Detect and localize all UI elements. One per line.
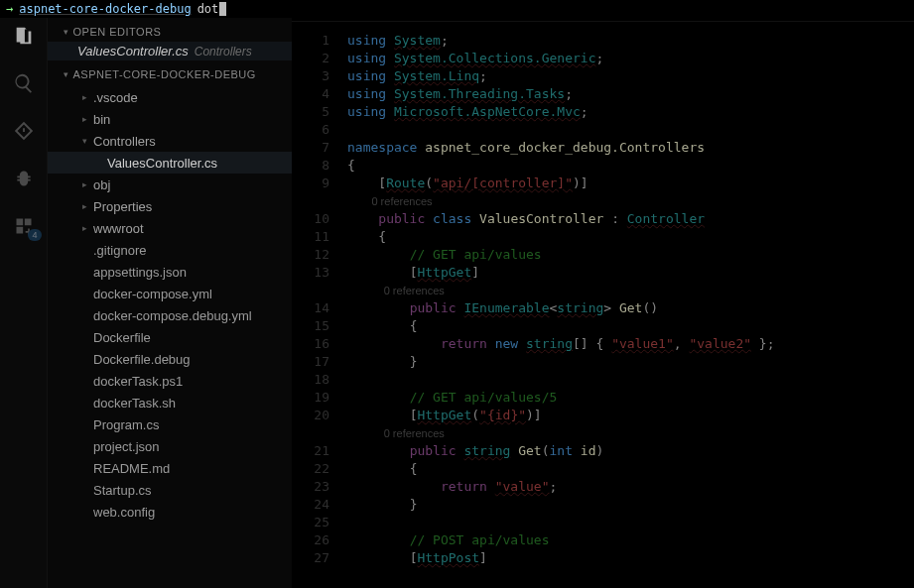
code-editor[interactable]: 1234567891011121314151617181920212223242… [292,22,914,588]
code-line[interactable]: // POST api/values [347,531,914,549]
tree-label: dockerTask.sh [93,396,176,411]
tree-label: wwwroot [93,221,144,236]
code-line[interactable]: { [347,460,914,478]
codelens[interactable]: 0 references [347,282,914,299]
code-line[interactable]: public string Get(int id) [347,442,914,460]
tree-folder[interactable]: ▾Controllers [48,130,292,152]
code-line[interactable]: using System.Collections.Generic; [347,50,914,67]
code-line[interactable]: namespace aspnet_core_docker_debug.Contr… [347,139,914,157]
terminal-input-text: dot [197,2,219,16]
explorer-sidebar: ▾ OPEN EDITORS ValuesController.cs Contr… [48,0,292,588]
chevron-icon: ▸ [79,114,89,124]
line-number: 21 [292,442,329,460]
terminal-overlay[interactable]: → aspnet-core-docker-debug dot [0,0,914,18]
code-line[interactable]: using System.Linq; [347,67,914,85]
app-shell: ▾ OPEN EDITORS ValuesController.cs Contr… [0,0,914,588]
tree-folder[interactable]: ▸wwwroot [48,217,292,239]
open-editor-file: ValuesController.cs [77,44,189,59]
code-line[interactable]: { [347,157,914,175]
line-number: 23 [292,478,329,496]
activity-scm-icon[interactable] [12,119,36,143]
tree-file[interactable]: Dockerfile [48,326,292,348]
line-number: 12 [292,246,329,264]
tree-file[interactable]: project.json [48,435,292,457]
code-line[interactable]: { [347,228,914,246]
terminal-cwd: aspnet-core-docker-debug [19,2,191,16]
line-number: 22 [292,460,329,478]
project-title: ASPNET-CORE-DOCKER-DEBUG [73,68,256,80]
open-editors-header[interactable]: ▾ OPEN EDITORS [48,22,292,42]
code-line[interactable] [347,514,914,531]
tree-file[interactable]: Program.cs [48,413,292,435]
tree-file[interactable]: README.md [48,457,292,479]
code-line[interactable]: using System.Threading.Tasks; [347,85,914,103]
chevron-icon: ▾ [79,136,89,146]
tree-folder[interactable]: ▸.vscode [48,86,292,108]
tree-label: .gitignore [93,243,146,258]
tree-label: .vscode [93,90,138,105]
tree-file[interactable]: Startup.cs [48,479,292,501]
project-header[interactable]: ▾ ASPNET-CORE-DOCKER-DEBUG [48,64,292,84]
tree-label: Dockerfile.debug [93,352,191,367]
line-number: 20 [292,407,329,424]
tree-label: docker-compose.debug.yml [93,308,252,323]
code-content[interactable]: using System;using System.Collections.Ge… [339,22,914,588]
tree-file[interactable]: web.config [48,501,292,523]
tree-file[interactable]: docker-compose.debug.yml [48,304,292,326]
tree-folder[interactable]: ▸obj [48,174,292,195]
tree-label: dockerTask.ps1 [93,374,183,389]
chevron-icon: ▸ [79,92,89,102]
line-number: 1 [292,32,329,50]
code-line[interactable]: using System; [347,32,914,50]
activity-debug-icon[interactable] [12,167,36,190]
tree-label: Dockerfile [93,330,151,345]
tree-file[interactable]: ValuesController.cs [48,152,292,174]
line-number [292,192,329,210]
terminal-prompt-arrow: → [6,2,13,16]
tree-folder[interactable]: ▸Properties [48,195,292,217]
code-line[interactable]: [HttpPost] [347,549,914,567]
tree-label: Program.cs [93,417,159,432]
line-number: 4 [292,85,329,103]
tree-file[interactable]: Dockerfile.debug [48,348,292,370]
line-number: 2 [292,50,329,67]
code-line[interactable]: } [347,496,914,514]
tree-label: appsettings.json [93,265,187,280]
code-line[interactable]: // GET api/values/5 [347,389,914,407]
code-line[interactable]: using Microsoft.AspNetCore.Mvc; [347,103,914,121]
code-line[interactable]: [Route("api/[controller]")] [347,175,914,192]
code-line[interactable]: return new string[] { "value1", "value2"… [347,335,914,353]
code-line[interactable] [347,371,914,389]
tree-file[interactable]: dockerTask.sh [48,392,292,413]
codelens[interactable]: 0 references [347,192,914,210]
activity-explorer-icon[interactable] [12,24,36,48]
tree-file[interactable]: .gitignore [48,239,292,261]
chevron-down-icon: ▾ [64,69,69,79]
line-number: 11 [292,228,329,246]
code-line[interactable]: // GET api/values [347,246,914,264]
tree-file[interactable]: appsettings.json [48,261,292,283]
open-editors-title: OPEN EDITORS [73,26,162,38]
tree-file[interactable]: docker-compose.yml [48,283,292,304]
code-line[interactable]: public IEnumerable<string> Get() [347,299,914,317]
line-number-gutter: 1234567891011121314151617181920212223242… [292,22,339,588]
codelens[interactable]: 0 references [347,424,914,442]
code-line[interactable]: [HttpGet] [347,264,914,282]
chevron-icon: ▸ [79,223,89,233]
activity-extensions-icon[interactable] [12,214,36,238]
code-line[interactable]: public class ValuesController : Controll… [347,210,914,228]
tree-folder[interactable]: ▸bin [48,108,292,130]
line-number: 7 [292,139,329,157]
tree-label: bin [93,112,110,127]
editor-area: ValuesController.cs × ··· 12345678910111… [292,0,914,588]
tree-file[interactable]: dockerTask.ps1 [48,370,292,392]
code-line[interactable]: { [347,317,914,335]
activity-search-icon[interactable] [12,71,36,95]
code-line[interactable]: } [347,353,914,371]
open-editor-item[interactable]: ValuesController.cs Controllers [48,42,292,60]
line-number: 6 [292,121,329,139]
code-line[interactable]: return "value"; [347,478,914,496]
code-line[interactable]: [HttpGet("{id}")] [347,407,914,424]
code-line[interactable] [347,121,914,139]
line-number [292,424,329,442]
